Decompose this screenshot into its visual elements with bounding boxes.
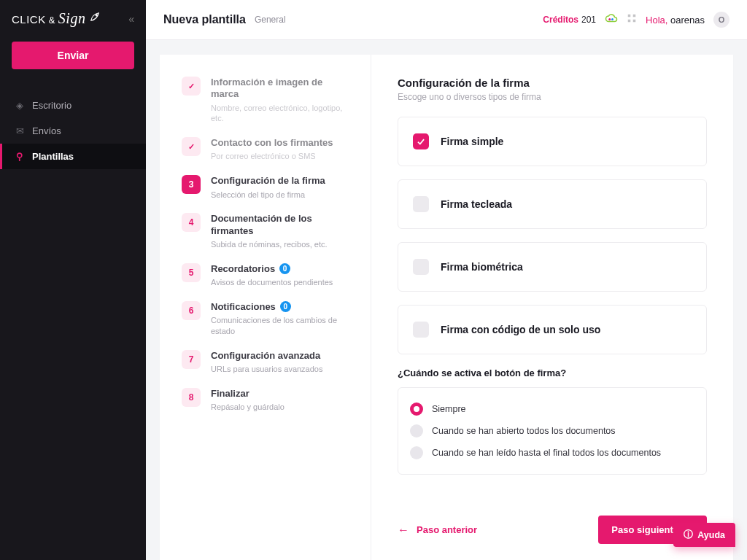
step-title: Finalizar [211,388,352,400]
credits: Créditos201 [543,15,596,25]
option-label: Firma simple [441,136,503,147]
credits-label: Créditos [543,15,578,25]
option-label: Firma biométrica [441,261,523,273]
radio-group: Siempre Cuando se han abierto todos los … [398,387,707,475]
step-badge-done: ✓ [182,77,201,96]
step-sub: Selección del tipo de firma [211,190,352,201]
prev-label: Paso anterior [417,524,477,535]
option-label: Firma con código de un solo uso [441,324,600,335]
radio-abiertos[interactable]: Cuando se han abierto todos los document… [410,420,694,442]
count-pill: 0 [279,263,290,274]
radio-label: Cuando se han abierto todos los document… [432,426,616,436]
option-firma-simple[interactable]: Firma simple [398,117,707,166]
step-5[interactable]: 5 Recordatorios 0 Avisos de documentos p… [182,263,352,288]
step-1[interactable]: ✓ Información e imagen de marca Nombre, … [182,77,352,124]
avatar[interactable]: O [713,12,729,28]
radio-siempre[interactable]: Siempre [410,398,694,420]
radio-label: Cuando se han leído hasta el final todos… [432,448,661,458]
nav-list: ◈ Escritorio ✉ Envíos ⚲ Plantillas [0,93,146,169]
brand-sign: Sign [58,10,86,27]
svg-rect-4 [633,15,636,18]
step-sub: Comunicaciones de los cambios de estado [211,315,352,337]
svg-rect-3 [628,15,631,18]
brand-click: CLICK [12,13,46,26]
step-badge-done: ✓ [182,137,201,156]
radio-leidos[interactable]: Cuando se han leído hasta el final todos… [410,442,694,464]
step-badge-current: 3 [182,175,201,194]
checkbox-icon [413,259,429,275]
count-pill: 0 [280,301,291,312]
steps-column: ✓ Información e imagen de marca Nombre, … [160,55,371,560]
svg-point-0 [96,15,98,16]
checkbox-icon [413,322,429,338]
prev-step-button[interactable]: ← Paso anterior [398,524,477,537]
wizard-footer: ← Paso anterior Paso siguiente → [398,516,707,544]
brand-amp: & [49,15,55,26]
rocket-icon [88,10,101,26]
step-3[interactable]: 3 Configuración de la firma Selección de… [182,175,352,200]
step-title: Configuración de la firma [211,175,352,187]
sidebar: CLICK & Sign « Enviar ◈ Escritorio ✉ Env… [0,0,146,560]
help-button[interactable]: ⓘ Ayuda [673,523,735,547]
checkbox-icon [413,196,429,212]
section-title: Configuración de la firma [398,77,707,89]
svg-point-1 [608,18,611,20]
content: ✓ Información e imagen de marca Nombre, … [146,40,747,560]
radio-question: ¿Cuándo se activa el botón de firma? [398,368,707,378]
logo-row: CLICK & Sign « [0,0,146,34]
radio-icon [410,446,423,459]
svg-point-2 [611,18,614,20]
step-title: Configuración avanzada [211,350,352,362]
step-title: Notificaciones 0 [211,301,352,313]
cloud-icon[interactable] [605,12,618,28]
step-sub: Subida de nóminas, recibos, etc. [211,239,352,250]
greet-user: oarenas [670,15,705,26]
option-firma-codigo[interactable]: Firma con código de un solo uso [398,305,707,354]
desktop-icon: ◈ [15,100,25,111]
config-column: Configuración de la firma Escoge uno o d… [371,55,733,560]
radio-icon [410,424,423,438]
step-badge: 6 [182,301,201,320]
step-title: Recordatorios 0 [211,263,352,275]
help-icon: ⓘ [684,529,693,541]
step-4[interactable]: 4 Documentación de los firmantes Subida … [182,213,352,249]
step-badge: 7 [182,350,201,369]
step-sub: Avisos de documentos pendientes [211,277,352,288]
nav-label: Plantillas [32,151,74,162]
step-2[interactable]: ✓ Contacto con los firmantes Por correo … [182,137,352,162]
step-badge: 5 [182,263,201,282]
apps-grid-icon[interactable] [627,13,637,26]
page-subtitle: General [255,15,286,25]
nav-item-envios[interactable]: ✉ Envíos [0,118,146,144]
step-sub: Repásalo y guárdalo [211,402,352,413]
collapse-icon[interactable]: « [128,13,134,25]
step-8[interactable]: 8 Finalizar Repásalo y guárdalo [182,388,352,413]
send-button[interactable]: Enviar [12,42,134,69]
nav-label: Envíos [32,125,61,136]
step-badge: 4 [182,213,201,232]
credits-value: 201 [581,15,596,25]
main: Nueva plantilla General Créditos201 Hola… [146,0,747,560]
option-firma-tecleada[interactable]: Firma tecleada [398,179,707,229]
step-sub: Por correo electrónico o SMS [211,151,352,162]
page-title: Nueva plantilla [163,13,246,26]
greeting: Hola, oarenas [646,15,705,26]
step-title: Información e imagen de marca [211,77,352,101]
nav-item-escritorio[interactable]: ◈ Escritorio [0,93,146,118]
brand-logo: CLICK & Sign [12,10,101,27]
step-7[interactable]: 7 Configuración avanzada URLs para usuar… [182,350,352,375]
next-label: Paso siguiente [611,524,678,535]
wizard-card: ✓ Información e imagen de marca Nombre, … [160,55,733,560]
envelope-icon: ✉ [15,125,25,136]
step-title: Contacto con los firmantes [211,137,352,149]
step-6[interactable]: 6 Notificaciones 0 Comunicaciones de los… [182,301,352,337]
option-firma-biometrica[interactable]: Firma biométrica [398,242,707,292]
topbar: Nueva plantilla General Créditos201 Hola… [146,0,747,40]
nav-label: Escritorio [32,100,71,111]
nav-item-plantillas[interactable]: ⚲ Plantillas [0,144,146,169]
step-title-text: Recordatorios [211,263,275,275]
step-title-text: Notificaciones [211,301,276,313]
step-title: Documentación de los firmantes [211,213,352,237]
template-icon: ⚲ [15,151,25,162]
radio-label: Siempre [432,404,466,414]
